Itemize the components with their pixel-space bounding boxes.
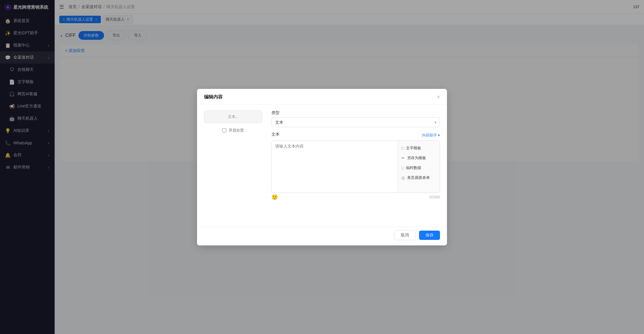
type-select[interactable]: 文本 图片 视频 文件 按钮 [271,117,440,127]
pagination-row: 开启分页 [222,128,244,133]
page-content: ‹ CIFF 控制参数 导出 导入 + 添加应答 暂无应答 编辑内容 × [55,25,644,334]
helper-item-meiye-form[interactable]: ◎ 美页易搭表单 [398,173,440,183]
textarea-footer: 🙂 0/2000 [271,194,440,200]
text-label: 文本 [271,132,280,137]
helper-label-save-as-template: 另存为模板 [407,155,426,161]
helper-label-temp-data: 临时数据 [406,165,421,170]
helper-item-temp-data[interactable]: □ 临时数据 [398,163,440,173]
cancel-button[interactable]: 取消 [394,230,416,240]
content-helper-label: 内容助手 [422,133,437,138]
text-area-container: □ 文字模板 ✏ 另存为模板 □ 临时数据 [271,141,440,193]
save-as-template-icon: ✏ [401,156,405,160]
modal-title: 编辑内容 [204,94,223,100]
type-label: 类型 [271,110,440,116]
helper-dropdown: □ 文字模板 ✏ 另存为模板 □ 临时数据 [398,141,440,193]
modal-header: 编辑内容 × [197,89,447,105]
save-button[interactable]: 保存 [419,231,440,240]
text-input[interactable] [272,141,398,193]
text-form-group: 文本 内容助手 ▾ [271,132,440,200]
pagination-label: 开启分页 [229,128,244,133]
temp-data-icon: □ [401,166,404,170]
modal-overlay[interactable]: 编辑内容 × 文本... 开启分页 [55,25,644,334]
main-content: ☰ 首页 / 全渠道对话 / 聊天机器人设置 137 聊天机器人设置 × 聊天机… [55,0,644,334]
edit-modal: 编辑内容 × 文本... 开启分页 [197,89,447,245]
helper-item-text-template[interactable]: □ 文字模板 [398,143,440,153]
modal-close-button[interactable]: × [437,94,440,100]
emoji-button[interactable]: 🙂 [271,194,278,200]
meiye-form-icon: ◎ [401,175,405,180]
content-helper-arrow-icon: ▾ [438,133,440,137]
modal-form: 类型 文本 图片 视频 文件 按钮 ▾ [271,110,440,221]
modal-preview-area: 文本... 开启分页 [204,110,262,221]
modal-body: 文本... 开启分页 类型 文本 [197,105,447,227]
pagination-checkbox[interactable] [222,128,226,132]
modal-footer: 取消 保存 [197,227,447,245]
char-count: 0/2000 [429,195,440,199]
text-section-header: 文本 内容助手 ▾ [271,132,440,139]
helper-label-text-template: 文字模板 [406,146,421,151]
content-helper-button[interactable]: 内容助手 ▾ [422,133,440,138]
helper-item-save-as-template[interactable]: ✏ 另存为模板 [398,153,440,163]
helper-label-meiye-form: 美页易搭表单 [407,175,430,180]
preview-bubble: 文本... [204,110,262,123]
text-template-helper-icon: □ [401,146,404,150]
type-select-wrapper: 文本 图片 视频 文件 按钮 ▾ [271,117,440,127]
type-form-group: 类型 文本 图片 视频 文件 按钮 ▾ [271,110,440,127]
